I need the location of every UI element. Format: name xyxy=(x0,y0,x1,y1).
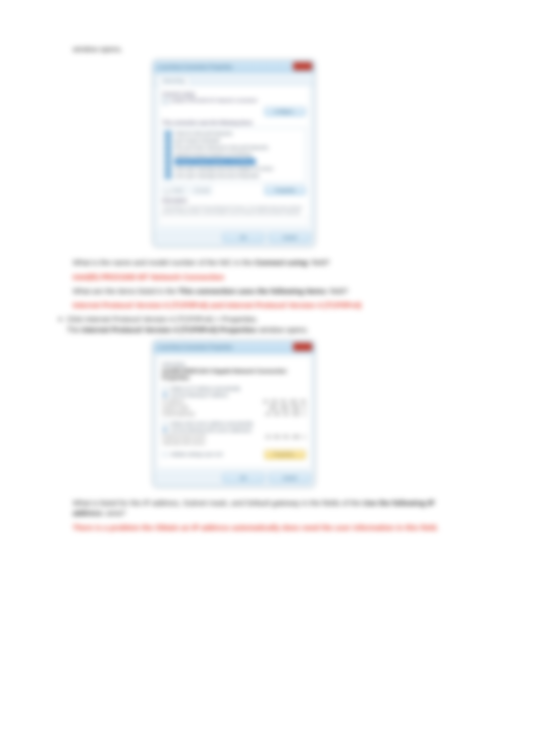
dialog1-title: Local Area Connection Properties xyxy=(158,64,232,70)
row-dns1: Preferred DNS server:10 . 88 . 35 . 130 … xyxy=(162,434,306,440)
dialog2-section: Networking xyxy=(162,362,306,367)
answer-2: Internet Protocol Version 6 (TCP/IPv6) a… xyxy=(73,300,464,310)
advanced-properties-button[interactable]: Properties... xyxy=(264,450,306,459)
dialog2-title: Local Area Connection Properties xyxy=(158,344,232,350)
uninstall-button[interactable]: Uninstall xyxy=(192,186,212,195)
radio-auto-dns[interactable]: Obtain DNS server address automatically xyxy=(162,421,306,426)
list-item-selected[interactable]: Internet Protocol Version 4 (TCP/IPv4) xyxy=(165,158,303,165)
ok-button[interactable]: OK xyxy=(223,473,264,482)
question-1: What is the name and model number of the… xyxy=(73,258,464,268)
lan-properties-dialog: Local Area Connection Properties Network… xyxy=(153,60,315,246)
close-icon[interactable] xyxy=(293,62,312,70)
intro-tail: window opens. xyxy=(73,44,464,54)
adapter-name: Intel(R) PRO/1000 MT Network Connection xyxy=(171,98,257,103)
answer-1: Intel(R) PRO/1000 MT Network Connection xyxy=(73,272,464,282)
description-text: Transmission Control Protocol/Internet P… xyxy=(162,205,306,215)
component-icon xyxy=(165,166,172,172)
component-icon xyxy=(165,145,172,151)
ok-button[interactable]: OK xyxy=(223,233,264,242)
dialog1-titlebar: Local Area Connection Properties xyxy=(154,61,314,73)
install-button[interactable]: Install... xyxy=(162,186,189,195)
ipv4-properties-dialog: Local Area Connection Properties Network… xyxy=(153,341,315,487)
dialog1-buttons: Install... Uninstall Properties xyxy=(162,186,306,195)
configure-button[interactable]: Configure... xyxy=(264,107,306,116)
dialog1-tabbar: Networking xyxy=(154,73,314,85)
description-label: Description xyxy=(162,198,306,203)
component-icon xyxy=(165,138,172,144)
dialog2-headline: Intel(R) 82567LM-3 Gigabit Network Conne… xyxy=(162,368,306,381)
list-item[interactable]: Client for Microsoft Networks xyxy=(165,130,303,137)
row-dns2: Alternate DNS server: xyxy=(162,440,306,446)
row-ip: IP address:10 . 88 . 35 . 130 . 30 xyxy=(162,399,306,405)
items-label: This connection uses the following items… xyxy=(162,120,306,125)
cancel-button[interactable]: Cancel xyxy=(269,473,310,482)
dialog1-footer: OK Cancel xyxy=(154,230,314,246)
bullet-icon xyxy=(59,318,62,321)
list-item[interactable]: Link-Layer Topology Discovery Responder xyxy=(165,172,303,179)
items-listbox[interactable]: Client for Microsoft Networks QoS Packet… xyxy=(162,128,306,183)
properties-button[interactable]: Properties xyxy=(264,186,306,195)
dialog2-body: Networking Intel(R) 82567LM-3 Gigabit Ne… xyxy=(157,356,311,468)
row-gw: Default gateway:10 . 88 . 35 . 130 . 1 xyxy=(162,411,306,417)
radio-static-dns[interactable]: Use the following DNS server addresses: xyxy=(162,427,306,433)
list-item[interactable]: Link-Layer Topology Discovery Mapper I/O… xyxy=(165,165,303,172)
component-icon xyxy=(165,152,172,158)
dialog2-titlebar: Local Area Connection Properties xyxy=(154,341,314,353)
step-e: Click Internet Protocol Version 4 (TCP/I… xyxy=(59,314,464,335)
list-item[interactable]: File and Printer Sharing for Microsoft N… xyxy=(165,144,303,151)
radio-static-ip[interactable]: Use the following IP address: xyxy=(162,392,306,398)
validate-check[interactable]: Validate settings upon exit xyxy=(162,452,222,457)
connect-using-label: Connect using: xyxy=(162,91,306,97)
adapter-row: Intel(R) PRO/1000 MT Network Connection xyxy=(162,98,306,104)
radio-auto-ip[interactable]: Obtain an IP address automatically xyxy=(162,386,306,391)
dialog1-panel: Connect using: Intel(R) PRO/1000 MT Netw… xyxy=(158,85,310,226)
component-icon xyxy=(165,173,172,179)
cancel-button[interactable]: Cancel xyxy=(269,233,310,242)
tab-networking[interactable]: Networking xyxy=(157,76,190,85)
answer-3: There is a problem the Obtain an IP addr… xyxy=(73,523,464,533)
component-icon xyxy=(165,131,172,137)
component-icon xyxy=(165,159,172,165)
row-mask: Subnet mask:255 . 255 . 255 . 0 xyxy=(162,405,306,411)
list-item[interactable]: Internet Protocol Version 6 (TCP/IPv6) xyxy=(165,151,303,158)
question-3: What is listed for the IP address, Subne… xyxy=(73,498,464,519)
question-2: What are the items listed in the This co… xyxy=(73,286,464,296)
dialog2-footer: OK Cancel xyxy=(154,471,314,486)
close-icon[interactable] xyxy=(293,343,312,351)
list-item[interactable]: QoS Packet Scheduler xyxy=(165,137,303,144)
arrow-icon xyxy=(164,187,171,194)
